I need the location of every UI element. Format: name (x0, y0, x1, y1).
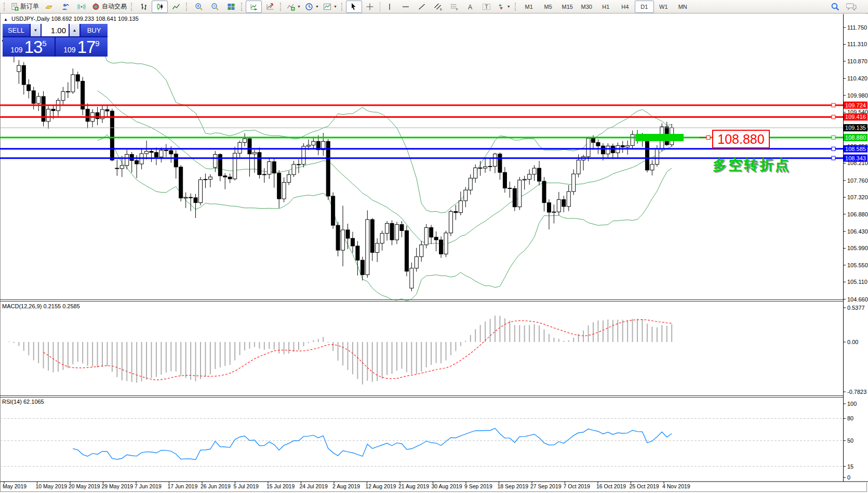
volume-input[interactable] (42, 24, 69, 36)
macd-panel (4, 316, 672, 385)
timeframe-w1[interactable]: W1 (654, 1, 673, 13)
svg-text:5 Jul 2019: 5 Jul 2019 (234, 483, 259, 489)
candle (655, 149, 659, 165)
vertical-line-button[interactable] (382, 1, 398, 13)
new-order-button[interactable]: 新订单 (8, 1, 41, 13)
zoom-in-button[interactable] (191, 1, 207, 13)
timeframe-m15[interactable]: M15 (558, 1, 577, 13)
timeframe-m5[interactable]: M5 (539, 1, 558, 13)
svg-text:21 Aug 2019: 21 Aug 2019 (398, 483, 429, 489)
sell-price-display: 109 13 5 (3, 37, 55, 57)
candle (596, 143, 600, 146)
collapse-arrow-icon[interactable]: ▲ (4, 17, 8, 22)
toolbar-grip[interactable] (186, 3, 189, 11)
equidistant-channel-button[interactable]: E (430, 1, 446, 13)
svg-text:E: E (440, 7, 442, 10)
zoom-out-button[interactable] (207, 1, 223, 13)
auto-scroll-button[interactable] (246, 1, 262, 13)
svg-text:30 Aug 2019: 30 Aug 2019 (432, 483, 462, 489)
tile-windows-button[interactable] (223, 1, 239, 13)
dropdown-arrow-icon: ▼ (315, 5, 319, 8)
crosshair-button[interactable] (362, 1, 378, 13)
svg-text:108.343: 108.343 (845, 155, 866, 161)
fibonacci-button[interactable]: F (446, 1, 462, 13)
toolbar-grip[interactable] (241, 3, 244, 11)
candlestick-chart-button[interactable] (152, 1, 168, 13)
buy-button[interactable]: BUY (81, 24, 108, 36)
trendline-button[interactable] (414, 1, 430, 13)
price-callout-108880[interactable]: 108.880 (712, 130, 770, 148)
svg-text:A: A (468, 3, 472, 10)
toolbar-grip[interactable] (280, 3, 283, 11)
candle (135, 160, 139, 164)
text-button[interactable]: A (462, 1, 478, 13)
cursor-button[interactable] (346, 1, 362, 13)
candle (360, 260, 364, 275)
line-handle[interactable] (832, 103, 835, 107)
toolbar-grip[interactable] (4, 3, 6, 11)
svg-text:15: 15 (847, 463, 853, 470)
pivot-annotation-text[interactable]: 多空转折点 (713, 156, 791, 174)
line-handle[interactable] (832, 156, 835, 160)
cursor-icon (350, 3, 358, 11)
timeframe-d1[interactable]: D1 (635, 1, 654, 13)
signals-button[interactable] (73, 1, 89, 13)
svg-text:T: T (485, 4, 488, 9)
templates-button[interactable]: ▼ (321, 1, 339, 13)
indicators-button[interactable]: ▼ (285, 1, 303, 13)
candle (503, 172, 506, 188)
periods-button[interactable]: ▼ (303, 1, 321, 13)
candle (174, 154, 178, 167)
bar-chart-button[interactable] (136, 1, 152, 13)
svg-text:106.430: 106.430 (847, 228, 868, 235)
pivot-highlight-box[interactable] (635, 134, 684, 141)
deposit-button[interactable] (41, 1, 57, 13)
candlestick-icon (156, 3, 164, 11)
timeframe-h4[interactable]: H4 (616, 1, 635, 13)
timeframe-mn[interactable]: MN (673, 1, 692, 13)
candle (282, 182, 286, 199)
robot-icon (91, 3, 100, 11)
volume-decrease-button[interactable]: ▼ (31, 24, 41, 36)
toolbar-grip[interactable] (515, 3, 517, 11)
svg-text:111.310: 111.310 (847, 41, 867, 47)
chat-button[interactable] (843, 1, 859, 13)
text-label-button[interactable]: T (478, 1, 495, 13)
toolbar-grip[interactable] (341, 3, 344, 11)
line-handle[interactable] (832, 135, 835, 139)
candle (493, 154, 497, 167)
callout-anchor-handle[interactable] (706, 135, 710, 139)
auto-trading-button[interactable]: 自动交易 (89, 1, 129, 13)
buy-price-figure: 109 (63, 46, 75, 53)
timeframe-m1[interactable]: M1 (519, 1, 539, 13)
candle (400, 225, 404, 231)
arrows-button[interactable]: ▼ (495, 1, 513, 13)
auto-trading-label: 自动交易 (102, 2, 127, 11)
community-button[interactable] (57, 1, 73, 13)
indicators-icon (287, 3, 295, 11)
sell-price-pips: 13 (24, 40, 43, 54)
candle (586, 138, 590, 156)
macd-values: 0.2155 0.2585 (43, 303, 79, 309)
search-button[interactable] (827, 1, 843, 13)
line-handle[interactable] (832, 147, 835, 150)
candle (204, 179, 207, 180)
timeframe-h1[interactable]: H1 (596, 1, 616, 13)
candle (47, 109, 50, 121)
volume-increase-button[interactable]: ▲ (70, 24, 79, 36)
sell-button[interactable]: SELL (3, 24, 30, 36)
candle (110, 111, 114, 160)
timeframe-m30[interactable]: M30 (577, 1, 596, 13)
svg-text:109.135: 109.135 (845, 125, 866, 131)
toolbar-grip[interactable] (131, 3, 133, 11)
line-chart-button[interactable] (168, 1, 184, 13)
candle (71, 75, 75, 92)
candle (631, 134, 634, 145)
horizontal-line-button[interactable] (398, 1, 414, 13)
line-handle[interactable] (832, 115, 835, 119)
chart-canvas[interactable]: 111.750111.310110.870110.420109.980109.5… (0, 0, 868, 493)
chart-shift-button[interactable] (262, 1, 278, 13)
candle (336, 225, 340, 250)
candle (606, 146, 610, 154)
text-icon: A (466, 3, 474, 11)
